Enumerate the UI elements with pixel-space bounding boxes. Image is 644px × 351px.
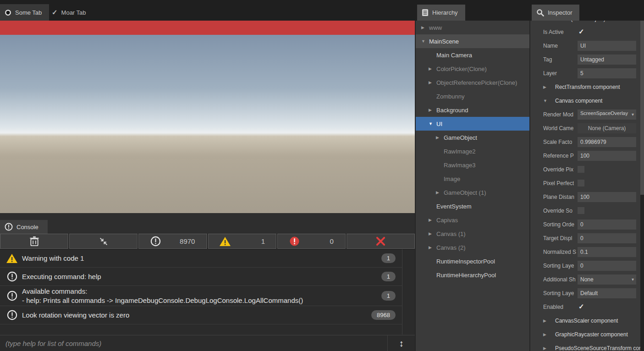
- expand-arrow-icon[interactable]: ▶: [429, 218, 436, 222]
- hierarchy-item-www[interactable]: ▶www: [416, 21, 529, 34]
- collapse-arrow-icon[interactable]: ▼: [429, 121, 436, 126]
- dropdown-additional-sh[interactable]: None▾: [578, 274, 636, 285]
- resize-handle[interactable]: ↕: [387, 335, 415, 351]
- field-input-scale-facto[interactable]: 0.9986979: [578, 137, 636, 147]
- clear-logs-button[interactable]: [0, 234, 68, 249]
- field-input-sorting-laye[interactable]: 0: [578, 261, 636, 271]
- info-icon: [5, 291, 19, 301]
- field-input-target-displ[interactable]: 0: [578, 233, 636, 243]
- hierarchy-item-background[interactable]: ▶Background: [416, 103, 529, 117]
- close-console-button[interactable]: [347, 234, 415, 249]
- log-count-badge: 1: [381, 291, 396, 301]
- field-input-reference-p[interactable]: 100: [578, 151, 636, 161]
- hierarchy-item-rawimage3[interactable]: RawImage3: [416, 158, 529, 172]
- inspector-row-layer: Layer5: [530, 66, 640, 80]
- field-label: Additional Sh: [543, 276, 576, 283]
- hierarchy-item-label: Canvas (2): [436, 244, 466, 251]
- hierarchy-item-label: ColorPicker(Clone): [436, 66, 487, 72]
- error-filter-button[interactable]: 0: [277, 234, 346, 249]
- record-circle-icon: [5, 9, 11, 16]
- hierarchy-item-capivas[interactable]: ▶Capivas: [416, 213, 529, 227]
- tab-some-tab[interactable]: Some Tab: [0, 4, 49, 21]
- warning-filter-button[interactable]: 1: [208, 234, 276, 249]
- expand-arrow-icon[interactable]: ▶: [436, 135, 444, 140]
- checkbox-checked-icon[interactable]: ✓: [578, 27, 584, 36]
- hierarchy-item-gameobject-1[interactable]: ▶GameObject (1): [416, 186, 529, 199]
- expand-arrow-icon[interactable]: ▶: [543, 318, 546, 323]
- command-input[interactable]: [0, 335, 387, 351]
- hierarchy-item-label: GameObject: [444, 134, 477, 141]
- dropdown-render-mod[interactable]: ScreenSpaceOverlay▾: [578, 110, 636, 120]
- field-input-normalized-s[interactable]: 0.1: [578, 247, 636, 257]
- inspector-scrolled-header[interactable]: ▼UI (GameObject): [530, 21, 640, 25]
- field-input-plane-distan[interactable]: 100: [578, 192, 636, 202]
- hierarchy-item-label: GameObject (1): [444, 189, 486, 196]
- inspector-row-additional-sh: Additional ShNone▾: [530, 273, 640, 286]
- hierarchy-item-ui[interactable]: ▼UI: [416, 117, 529, 131]
- checkbox[interactable]: [578, 207, 584, 214]
- collapse-arrow-icon[interactable]: ▼: [421, 39, 429, 44]
- checkbox[interactable]: [578, 166, 584, 173]
- checkbox[interactable]: [578, 180, 584, 186]
- expand-arrow-icon[interactable]: ▶: [436, 190, 444, 195]
- expand-arrow-icon[interactable]: ▶: [421, 25, 429, 30]
- log-row[interactable]: Look rotation viewing vector is zero8968: [0, 306, 402, 324]
- expand-arrow-icon[interactable]: ▶: [429, 245, 436, 250]
- expand-arrow-icon[interactable]: ▶: [543, 346, 546, 351]
- inspector-row-recttransform-component: ▶RectTransform component: [530, 80, 640, 94]
- hierarchy-item-objectreferencepicker-clone[interactable]: ▶ObjectReferencePicker(Clone): [416, 76, 529, 89]
- field-input-sorting-orde[interactable]: 0: [578, 219, 636, 230]
- expand-arrow-icon[interactable]: ▶: [543, 332, 546, 337]
- inspector-row-plane-distan: Plane Distan100: [530, 190, 640, 204]
- hierarchy-item-label: Main Camera: [436, 52, 472, 59]
- hierarchy-item-canvas-2[interactable]: ▶Canvas (2): [416, 241, 529, 254]
- expand-arrow-icon[interactable]: ▶: [429, 231, 436, 236]
- page-scrollbar[interactable]: [640, 21, 644, 351]
- error-count: 0: [313, 237, 334, 245]
- chevron-down-icon: ▾: [632, 274, 634, 285]
- hierarchy-item-gameobject[interactable]: ▶GameObject: [416, 131, 529, 144]
- field-input-sorting-laye[interactable]: Default: [578, 288, 636, 298]
- field-input-layer[interactable]: 5: [578, 68, 636, 78]
- inspector-row-pixel-perfect: Pixel Perfect: [530, 176, 640, 190]
- object-picker-button[interactable]: None (Camera): [578, 123, 636, 133]
- collapse-logs-button[interactable]: [69, 234, 138, 249]
- inspector-row-sorting-laye: Sorting Laye0: [530, 259, 640, 273]
- hierarchy-item-mainscene[interactable]: ▼MainScene: [416, 34, 529, 48]
- expand-arrow-icon[interactable]: ▶: [429, 66, 436, 71]
- hierarchy-item-rawimage2[interactable]: RawImage2: [416, 144, 529, 158]
- log-row[interactable]: Warning with code 11: [0, 249, 402, 268]
- tab-inspector[interactable]: Inspector: [532, 5, 579, 21]
- hierarchy-item-zombunny[interactable]: Zombunny: [416, 89, 529, 103]
- checkbox-checked-icon[interactable]: ✓: [578, 302, 584, 311]
- component-label: GraphicRaycaster component: [555, 331, 628, 338]
- tab-console[interactable]: Console: [0, 220, 48, 234]
- tab-moar-tab[interactable]: ✓ Moar Tab: [46, 4, 94, 21]
- collapse-arrow-icon[interactable]: ▼: [543, 99, 547, 103]
- hierarchy-item-image[interactable]: Image: [416, 172, 529, 186]
- hierarchy-item-canvas-1[interactable]: ▶Canvas (1): [416, 227, 529, 241]
- hierarchy-item-label: MainScene: [429, 38, 459, 45]
- log-row[interactable]: Executing command: help1: [0, 268, 402, 286]
- component-label: PseudoSceneSourceTransform comp: [555, 345, 640, 351]
- expand-arrow-icon[interactable]: ▶: [543, 85, 546, 89]
- log-message: Executing command: help: [22, 272, 375, 281]
- hierarchy-item-main-camera[interactable]: Main Camera: [416, 48, 529, 62]
- info-filter-button[interactable]: 8970: [138, 234, 207, 249]
- expand-arrow-icon[interactable]: ▶: [429, 80, 436, 85]
- hierarchy-item-eventsystem[interactable]: EventSystem: [416, 199, 529, 213]
- scrollbar-thumb[interactable]: [640, 21, 644, 195]
- expand-arrow-icon[interactable]: ▶: [429, 108, 436, 112]
- hierarchy-item-runtimeinspectorpool[interactable]: RuntimeInspectorPool: [416, 254, 529, 268]
- field-label: Sorting Orde: [543, 221, 574, 228]
- hierarchy-item-colorpicker-clone[interactable]: ▶ColorPicker(Clone): [416, 62, 529, 76]
- log-row[interactable]: Available commands: - help: Prints all c…: [0, 286, 402, 306]
- log-scrollbar[interactable]: [402, 249, 415, 335]
- inspector-row-scale-facto: Scale Facto0.9986979: [530, 135, 640, 149]
- field-input-tag[interactable]: Untagged: [578, 55, 636, 65]
- field-input-name[interactable]: UI: [578, 41, 636, 51]
- scene-view[interactable]: [0, 35, 415, 213]
- hierarchy-item-runtimehierarchypool[interactable]: RuntimeHierarchyPool: [416, 268, 529, 282]
- chevron-down-icon: ▾: [632, 110, 634, 120]
- tab-hierarchy[interactable]: Hierarchy: [417, 5, 465, 21]
